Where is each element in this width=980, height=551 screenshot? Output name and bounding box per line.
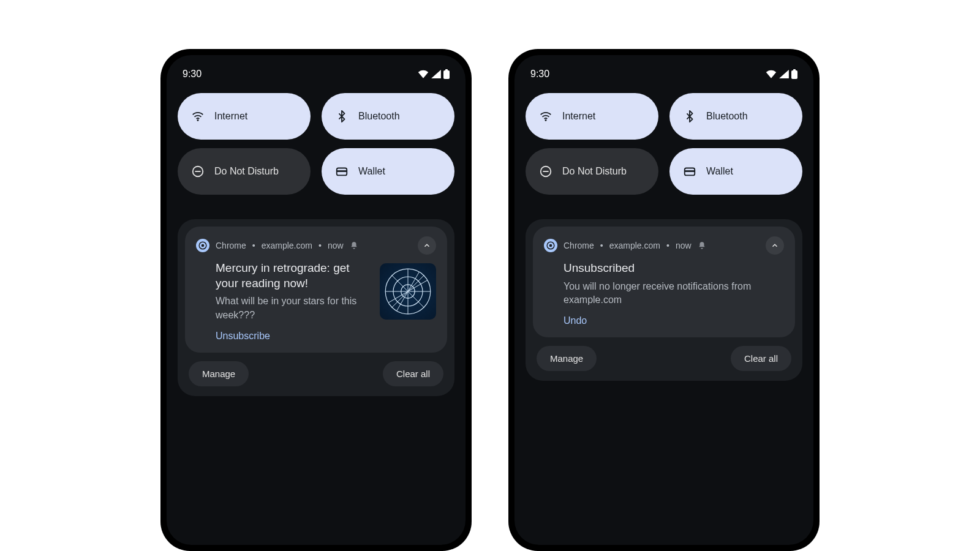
signal-icon xyxy=(779,70,789,78)
notification-header: Chrome • example.com • now xyxy=(196,236,436,255)
zodiac-wheel-icon xyxy=(383,267,432,316)
dnd-icon xyxy=(539,165,552,178)
chevron-up-icon xyxy=(423,241,431,250)
svg-point-8 xyxy=(202,244,205,247)
svg-rect-24 xyxy=(685,170,695,172)
qs-label: Bluetooth xyxy=(358,111,400,122)
undo-button[interactable]: Undo xyxy=(564,315,784,326)
notification-card[interactable]: Chrome • example.com • now Unsubscribed … xyxy=(533,227,795,337)
notification-title: Mercury in retrograde: get your reading … xyxy=(216,261,371,291)
svg-point-2 xyxy=(197,119,199,121)
wifi-icon xyxy=(539,110,552,123)
notification-app: Chrome xyxy=(216,241,246,250)
qs-label: Bluetooth xyxy=(706,111,748,122)
bell-icon xyxy=(698,241,706,250)
status-time: 9:30 xyxy=(183,69,202,80)
notification-panel: Chrome • example.com • now Mercury in re… xyxy=(178,219,454,396)
qs-tile-wallet[interactable]: Wallet xyxy=(669,148,802,195)
qs-tile-wallet[interactable]: Wallet xyxy=(322,148,454,195)
notification-footer: Manage Clear all xyxy=(533,337,795,373)
status-icons xyxy=(766,69,797,79)
status-bar: 9:30 xyxy=(178,66,454,93)
bluetooth-icon xyxy=(335,110,349,123)
phone-screen: 9:30 Internet Bluetooth Do Not Disturb xyxy=(514,55,813,545)
notification-time: now xyxy=(328,241,344,250)
notification-site: example.com xyxy=(609,241,660,250)
phone-mock-left: 9:30 Internet Bluetooth Do Not Disturb xyxy=(160,49,472,551)
signal-icon xyxy=(431,70,441,78)
qs-label: Do Not Disturb xyxy=(214,166,279,177)
notification-time: now xyxy=(676,241,692,250)
status-time: 9:30 xyxy=(530,69,549,80)
collapse-button[interactable] xyxy=(766,236,784,255)
qs-tile-dnd[interactable]: Do Not Disturb xyxy=(526,148,658,195)
svg-rect-0 xyxy=(443,70,450,79)
bluetooth-icon xyxy=(683,110,696,123)
wifi-icon xyxy=(418,70,429,78)
phone-screen: 9:30 Internet Bluetooth Do Not Disturb xyxy=(167,55,466,545)
clear-all-button[interactable]: Clear all xyxy=(383,361,443,386)
qs-tile-bluetooth[interactable]: Bluetooth xyxy=(669,93,802,140)
collapse-button[interactable] xyxy=(418,236,436,255)
notification-card[interactable]: Chrome • example.com • now Mercury in re… xyxy=(185,227,447,353)
qs-label: Internet xyxy=(214,111,247,122)
svg-point-20 xyxy=(545,119,547,121)
battery-icon xyxy=(791,69,797,79)
qs-label: Internet xyxy=(562,111,595,122)
side-button xyxy=(819,282,820,324)
svg-rect-18 xyxy=(791,70,797,79)
svg-rect-19 xyxy=(793,69,796,71)
qs-tile-dnd[interactable]: Do Not Disturb xyxy=(178,148,311,195)
quick-settings: Internet Bluetooth Do Not Disturb Wallet xyxy=(178,93,454,195)
notification-panel: Chrome • example.com • now Unsubscribed … xyxy=(526,219,802,381)
side-button xyxy=(471,331,472,404)
bell-icon xyxy=(350,241,358,250)
battery-icon xyxy=(443,69,450,79)
status-bar: 9:30 xyxy=(526,66,802,93)
wallet-icon xyxy=(335,165,349,178)
notification-subtitle: What will be in your stars for this week… xyxy=(216,294,371,322)
qs-tile-internet[interactable]: Internet xyxy=(178,93,311,140)
notification-header: Chrome • example.com • now xyxy=(544,236,784,255)
notification-title: Unsubscribed xyxy=(564,261,784,276)
wallet-icon xyxy=(683,165,696,178)
notification-site: example.com xyxy=(262,241,312,250)
notification-app: Chrome xyxy=(564,241,594,250)
chrome-icon xyxy=(544,239,557,252)
manage-button[interactable]: Manage xyxy=(537,346,597,371)
svg-rect-6 xyxy=(337,170,347,172)
notification-body: Mercury in retrograde: get your reading … xyxy=(196,261,436,342)
qs-label: Do Not Disturb xyxy=(562,166,627,177)
chrome-icon xyxy=(196,239,209,252)
wifi-icon xyxy=(766,70,777,78)
qs-label: Wallet xyxy=(706,166,733,177)
svg-rect-1 xyxy=(445,69,448,71)
qs-tile-bluetooth[interactable]: Bluetooth xyxy=(322,93,454,140)
clear-all-button[interactable]: Clear all xyxy=(731,346,791,371)
phone-mock-right: 9:30 Internet Bluetooth Do Not Disturb xyxy=(508,49,820,551)
status-icons xyxy=(418,69,450,79)
qs-label: Wallet xyxy=(358,166,385,177)
quick-settings: Internet Bluetooth Do Not Disturb Wallet xyxy=(526,93,802,195)
side-button xyxy=(471,282,472,324)
notification-thumbnail xyxy=(380,263,436,320)
svg-point-26 xyxy=(549,244,552,247)
wifi-icon xyxy=(191,110,205,123)
chevron-up-icon xyxy=(771,241,779,250)
notification-subtitle: You will no longer receive notifications… xyxy=(564,280,784,307)
notification-footer: Manage Clear all xyxy=(185,353,447,389)
side-button xyxy=(819,331,820,404)
dnd-icon xyxy=(191,165,205,178)
unsubscribe-button[interactable]: Unsubscribe xyxy=(216,331,371,342)
notification-body: Unsubscribed You will no longer receive … xyxy=(544,261,784,326)
manage-button[interactable]: Manage xyxy=(189,361,249,386)
qs-tile-internet[interactable]: Internet xyxy=(526,93,658,140)
